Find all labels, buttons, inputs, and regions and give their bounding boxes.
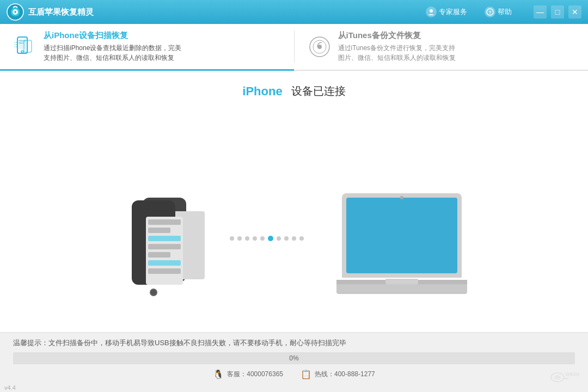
window-controls: — □ ✕ (534, 5, 581, 19)
help-button[interactable]: ? 帮助 (480, 4, 516, 20)
screen-line-6 (148, 260, 181, 266)
dot-4 (253, 236, 257, 241)
hotline-label: 热线：400-888-1277 (315, 370, 375, 379)
dot-10 (299, 236, 304, 241)
minimize-button[interactable]: — (534, 5, 547, 19)
app-logo (7, 3, 24, 21)
phone-front-screen (146, 217, 183, 285)
itunes-icon (308, 35, 332, 59)
svg-point-7 (21, 51, 23, 53)
svg-rect-13 (19, 42, 24, 44)
transfer-dots (230, 236, 304, 241)
expert-service-icon (426, 7, 437, 17)
tab1-title: 从iPhone设备扫描恢复 (44, 30, 181, 41)
customer-service-contact: 🐧 客服：4000076365 (213, 369, 283, 379)
progress-bar-container: 0% (13, 352, 575, 364)
footer: 温馨提示：文件扫描备份中，移动手机易导致USB接触不良扫描失败，请不要移动手机，… (0, 332, 588, 392)
version-label: v4.4 (4, 384, 16, 391)
watermark: 猎客回答 (547, 369, 579, 385)
tab1-desc: 通过扫描iPhone设备查找最近删除的数据，完美支持图片、微信、短信和联系人的读… (44, 43, 181, 63)
footer-contact: 🐧 客服：4000076365 📋 热线：400-888-1277 (13, 364, 575, 384)
device-status: 设备已连接 (291, 84, 346, 99)
phone-device-illustration (121, 189, 197, 298)
svg-point-16 (317, 45, 322, 49)
connection-status: iPhone 设备已连接 (242, 71, 345, 103)
dot-7 (277, 236, 281, 241)
device-name: iPhone (242, 84, 282, 99)
titlebar-actions: 专家服务 ? 帮助 — □ ✕ (421, 4, 581, 20)
svg-text:?: ? (488, 10, 492, 15)
maximize-button[interactable]: □ (551, 5, 564, 19)
tab-iphone-scan[interactable]: 从iPhone设备扫描恢复 通过扫描iPhone设备查找最近删除的数据，完美支持… (0, 24, 294, 71)
expert-service-button[interactable]: 专家服务 (421, 4, 471, 20)
laptop-screen (346, 198, 457, 273)
laptop-webcam (400, 196, 403, 199)
expert-service-label: 专家服务 (439, 7, 467, 17)
help-icon: ? (485, 7, 495, 17)
dot-2 (237, 236, 242, 241)
phone-home-button (150, 289, 157, 296)
screen-line-2 (148, 228, 170, 233)
notice-text: 温馨提示：文件扫描备份中，移动手机易导致USB接触不良扫描失败，请不要移动手机，… (13, 333, 575, 352)
screen-line-3 (148, 236, 181, 241)
laptop-base (336, 284, 467, 294)
customer-service-icon: 🐧 (213, 369, 224, 379)
svg-rect-12 (19, 40, 26, 41)
dot-1 (230, 236, 234, 241)
dot-6-active (268, 236, 273, 241)
tab-itunes-backup[interactable]: 从iTunes备份文件恢复 通过iTunes备份文件进行恢复，完美支持图片、微信… (295, 24, 589, 71)
screen-line-4 (148, 244, 181, 249)
watermark-icon: 猎客回答 (547, 369, 579, 385)
screen-line-5 (148, 252, 170, 258)
help-label: 帮助 (498, 7, 512, 17)
progress-label: 0% (289, 354, 298, 362)
tab1-content: 从iPhone设备扫描恢复 通过扫描iPhone设备查找最近删除的数据，完美支持… (44, 30, 181, 63)
dot-9 (292, 236, 296, 241)
hotline-contact: 📋 热线：400-888-1277 (301, 369, 375, 379)
screen-line-7 (148, 268, 181, 274)
laptop-device-illustration (336, 193, 467, 294)
laptop-notch (385, 279, 418, 284)
phone-scan-icon (13, 35, 37, 59)
phone-front (132, 200, 175, 285)
tab-bar: 从iPhone设备扫描恢复 通过扫描iPhone设备查找最近删除的数据，完美支持… (0, 24, 588, 71)
tab2-content: 从iTunes备份文件恢复 通过iTunes备份文件进行恢复，完美支持图片、微信… (338, 30, 456, 63)
titlebar: 互盾苹果恢复精灵 专家服务 ? 帮助 — □ ✕ (0, 0, 588, 24)
tab2-title: 从iTunes备份文件恢复 (338, 30, 456, 41)
hotline-icon: 📋 (301, 369, 311, 379)
svg-point-18 (554, 375, 561, 379)
close-button[interactable]: ✕ (568, 5, 581, 19)
customer-service-label: 客服：4000076365 (227, 370, 283, 379)
svg-point-2 (430, 9, 433, 13)
dot-5 (260, 236, 265, 241)
tab2-desc: 通过iTunes备份文件进行恢复，完美支持图片、微信、短信和联系人的读取和恢复 (338, 43, 456, 63)
app-title: 互盾苹果恢复精灵 (28, 7, 421, 17)
dot-3 (245, 236, 249, 241)
laptop-screen-frame (342, 193, 462, 278)
dot-8 (284, 236, 289, 241)
svg-text:猎客回答: 猎客回答 (566, 372, 579, 377)
screen-line-1 (148, 219, 181, 225)
